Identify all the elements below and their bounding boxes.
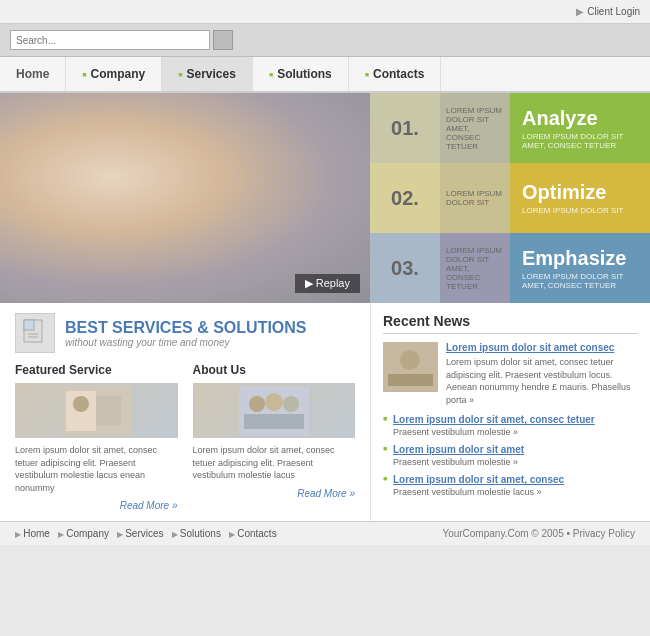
nav-home[interactable]: Home	[0, 57, 66, 91]
news-main-content: Lorem ipsum dolor sit amet consec Lorem …	[446, 342, 638, 406]
about-us-read-more[interactable]: Read More	[193, 488, 356, 499]
bottom-section: BEST SERVICES & SOLUTIONS without wastin…	[0, 303, 650, 521]
feature-title-optimize: Optimize LOREM IPSUM DOLOR SIT	[510, 163, 650, 233]
nav-item-company[interactable]: Company	[66, 57, 162, 91]
feature-panel-optimize: 02. LOREM IPSUM DOLOR SIT Optimize LOREM…	[370, 163, 650, 233]
svg-point-10	[265, 393, 283, 411]
featured-service-title: Featured Service	[15, 363, 178, 377]
news-item-3: Lorem ipsum dolor sit amet Praesent vest…	[383, 444, 638, 467]
feature-title-emphasize: Emphasize LOREM IPSUM DOLOR SIT AMET, CO…	[510, 233, 650, 303]
svg-rect-6	[96, 396, 121, 426]
svg-rect-1	[24, 320, 34, 330]
footer-link-company[interactable]: Company	[58, 528, 109, 539]
news-main-headline[interactable]: Lorem ipsum dolor sit amet consec	[446, 342, 638, 353]
news-main-body: Lorem ipsum dolor sit amet, consec tetue…	[446, 356, 638, 406]
services-title: BEST SERVICES & SOLUTIONS	[65, 319, 307, 337]
about-thumb-image	[239, 386, 309, 436]
news-main-thumb	[383, 342, 438, 392]
nav-item-contacts[interactable]: Contacts	[349, 57, 442, 91]
svg-point-9	[249, 396, 265, 412]
news-headline-3[interactable]: Lorem ipsum dolor sit amet	[393, 444, 638, 455]
feature-number-2: 02.	[370, 163, 440, 233]
featured-columns: Featured Service Lorem ipsum dolor sit a…	[15, 363, 355, 511]
about-us-thumb	[193, 383, 356, 438]
footer-link-services[interactable]: Services	[117, 528, 164, 539]
footer: Home Company Services Solutions Contacts…	[0, 521, 650, 545]
hero-image	[0, 93, 370, 303]
footer-links: Home Company Services Solutions Contacts	[15, 528, 277, 539]
featured-service-col: Featured Service Lorem ipsum dolor sit a…	[15, 363, 178, 511]
search-button[interactable]	[213, 30, 233, 50]
news-body-3: Praesent vestibulum molestie »	[393, 457, 638, 467]
news-item-main: Lorem ipsum dolor sit amet consec Lorem …	[383, 342, 638, 406]
news-thumb-image	[383, 342, 438, 392]
replay-button[interactable]: Replay	[295, 274, 360, 293]
about-us-title: About Us	[193, 363, 356, 377]
featured-service-body: Lorem ipsum dolor sit amet, consec tetue…	[15, 444, 178, 494]
footer-link-solutions[interactable]: Solutions	[172, 528, 221, 539]
services-text: BEST SERVICES & SOLUTIONS without wastin…	[65, 319, 307, 348]
feature-desc-3: LOREM IPSUM DOLOR SIT AMET, CONSEC TETUE…	[440, 233, 510, 303]
svg-point-11	[283, 396, 299, 412]
main-nav: Home Company Services Solutions Contacts	[0, 57, 650, 93]
svg-rect-12	[244, 414, 304, 429]
news-item-2: Lorem ipsum dolor sit amet, consec tetue…	[383, 414, 638, 437]
about-us-col: About Us Lorem ipsum dolor sit amet, con…	[193, 363, 356, 511]
feature-panel-emphasize: 03. LOREM IPSUM DOLOR SIT AMET, CONSEC T…	[370, 233, 650, 303]
news-body-2: Praesent vestibulum molestie »	[393, 427, 638, 437]
featured-service-thumb	[15, 383, 178, 438]
about-us-body: Lorem ipsum dolor sit amet, consec tetue…	[193, 444, 356, 482]
news-headline-4[interactable]: Lorem ipsum dolor sit amet, consec	[393, 474, 638, 485]
feature-number-1: 01.	[370, 93, 440, 163]
featured-thumb-image	[61, 386, 131, 436]
feature-panel-analyze: 01. LOREM IPSUM DOLOR SIT AMET, CONSEC T…	[370, 93, 650, 163]
main-area: Replay 01. LOREM IPSUM DOLOR SIT AMET, C…	[0, 93, 650, 303]
nav-item-services[interactable]: Services	[162, 57, 253, 91]
client-login-link[interactable]: Client Login	[576, 6, 640, 17]
header: Client Login	[0, 0, 650, 24]
services-subtitle: without wasting your time and money	[65, 337, 307, 348]
nav-item-solutions[interactable]: Solutions	[253, 57, 349, 91]
feature-panels: 01. LOREM IPSUM DOLOR SIT AMET, CONSEC T…	[370, 93, 650, 303]
svg-rect-15	[388, 374, 433, 386]
left-bottom: BEST SERVICES & SOLUTIONS without wastin…	[0, 303, 370, 521]
feature-desc-1: LOREM IPSUM DOLOR SIT AMET, CONSEC TETUE…	[440, 93, 510, 163]
footer-copyright: YourCompany.Com © 2005 • Privacy Policy	[442, 528, 635, 539]
footer-link-contacts[interactable]: Contacts	[229, 528, 277, 539]
hero-section: Replay	[0, 93, 370, 303]
services-header: BEST SERVICES & SOLUTIONS without wastin…	[15, 313, 355, 353]
document-icon	[20, 318, 50, 348]
footer-link-home[interactable]: Home	[15, 528, 50, 539]
feature-number-3: 03.	[370, 233, 440, 303]
recent-news-section: Recent News Lorem ipsum dolor sit amet c…	[370, 303, 650, 521]
recent-news-title: Recent News	[383, 313, 638, 334]
feature-title-analyze: Analyze LOREM IPSUM DOLOR SIT AMET, CONS…	[510, 93, 650, 163]
svg-point-14	[400, 350, 420, 370]
search-input[interactable]	[10, 30, 210, 50]
services-icon	[15, 313, 55, 353]
news-item-4: Lorem ipsum dolor sit amet, consec Praes…	[383, 474, 638, 497]
news-body-4: Praesent vestibulum molestie lacus »	[393, 487, 638, 497]
search-bar-area	[0, 24, 650, 57]
news-headline-2[interactable]: Lorem ipsum dolor sit amet, consec tetue…	[393, 414, 638, 425]
svg-point-7	[73, 396, 89, 412]
feature-desc-2: LOREM IPSUM DOLOR SIT	[440, 163, 510, 233]
featured-service-read-more[interactable]: Read More	[15, 500, 178, 511]
